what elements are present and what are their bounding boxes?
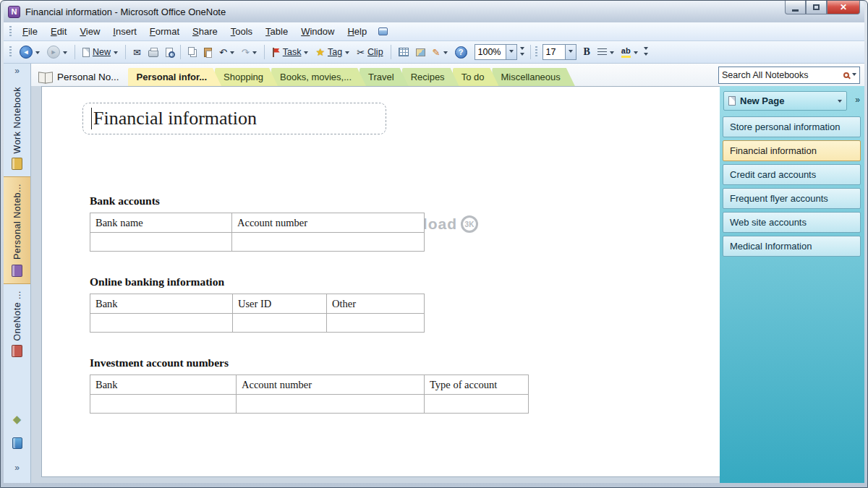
format-toolbar-grip[interactable]	[535, 46, 537, 58]
back-button[interactable]: ◄	[17, 44, 43, 61]
menu-insert[interactable]: Insert	[107, 24, 142, 39]
tab-books-movies[interactable]: Books, movies,...	[271, 68, 366, 86]
forward-dropdown-icon[interactable]	[63, 51, 67, 56]
mail-button[interactable]: ✉	[130, 44, 144, 61]
column-header[interactable]: Bank name	[90, 213, 232, 233]
current-notebook-header[interactable]: Personal No...	[35, 72, 128, 86]
paste-button[interactable]	[201, 44, 215, 61]
tab-recipes[interactable]: Recipes	[402, 68, 459, 86]
page-tab-financial-information[interactable]: Financial information	[723, 140, 861, 161]
page-tab-medical-information[interactable]: Medical Information	[723, 236, 861, 257]
redo-button[interactable]: ↷	[239, 44, 260, 61]
new-page-dropdown-icon[interactable]	[838, 100, 842, 105]
pen-button[interactable]: ✎	[430, 44, 451, 61]
column-header[interactable]: Bank	[90, 375, 237, 395]
column-header[interactable]: Account number	[237, 375, 425, 395]
pen-dropdown-icon[interactable]	[443, 51, 448, 56]
sidebar-notebook-work[interactable]: Work Notebook	[4, 80, 30, 176]
redo-dropdown-icon[interactable]	[252, 51, 257, 56]
section-heading-investment-accounts[interactable]: Investment account numbers	[90, 356, 229, 369]
table-cell[interactable]	[237, 395, 425, 414]
search-box[interactable]	[718, 67, 860, 84]
page-tab-frequent-flyer-accounts[interactable]: Frequent flyer accounts	[723, 188, 861, 209]
new-button[interactable]: New	[80, 44, 121, 61]
highlight-dropdown-icon[interactable]	[634, 51, 638, 56]
clip-button[interactable]: ✂Clip	[354, 44, 386, 61]
new-dropdown-icon[interactable]	[114, 51, 118, 56]
expand-bottom-button[interactable]: »	[14, 461, 20, 477]
back-dropdown-icon[interactable]	[35, 51, 40, 56]
new-page-button[interactable]: New Page	[723, 91, 847, 111]
table-cell[interactable]	[90, 314, 233, 333]
bold-button[interactable]: B	[581, 44, 593, 61]
search-input[interactable]	[722, 70, 841, 80]
menu-format[interactable]: Format	[144, 24, 185, 39]
tab-travel[interactable]: Travel	[359, 68, 409, 86]
table-cell[interactable]	[90, 395, 237, 414]
column-header[interactable]: Type of account	[425, 375, 529, 395]
undo-button[interactable]: ↶	[216, 44, 237, 61]
table-cell[interactable]	[232, 233, 425, 252]
help-button[interactable]	[452, 44, 470, 61]
onenote-app-icon[interactable]: N	[8, 6, 20, 18]
table-cell[interactable]	[327, 314, 425, 333]
bullets-button[interactable]	[595, 44, 617, 61]
font-size-input[interactable]	[543, 47, 565, 57]
document-window-icon[interactable]	[378, 27, 388, 35]
tag-button[interactable]: ★Tag	[312, 44, 352, 61]
table-cell[interactable]	[233, 314, 327, 333]
menu-table[interactable]: Table	[260, 24, 294, 39]
tag-dropdown-icon[interactable]	[345, 51, 349, 56]
menu-edit[interactable]: Edit	[45, 24, 72, 39]
search-icon[interactable]	[843, 72, 849, 78]
menu-view[interactable]: View	[74, 24, 106, 39]
copy-button[interactable]	[185, 44, 200, 61]
menu-window[interactable]: Window	[295, 24, 340, 39]
tab-shopping[interactable]: Shopping	[215, 68, 278, 86]
column-header[interactable]: User ID	[233, 294, 327, 314]
zoom-dropdown[interactable]	[506, 45, 516, 59]
forward-button[interactable]: ►	[44, 44, 70, 61]
section-heading-online-banking[interactable]: Online banking information	[90, 275, 224, 288]
sidebar-notebook-onenote[interactable]: OneNote ...	[4, 284, 30, 364]
task-dropdown-icon[interactable]	[304, 51, 308, 56]
column-header[interactable]: Bank	[90, 294, 233, 314]
page-title-box[interactable]: Financial information	[82, 103, 386, 134]
zoom-combo[interactable]	[475, 44, 517, 60]
bullets-dropdown-icon[interactable]	[610, 51, 614, 56]
sidebar-notebook-personal[interactable]: Personal Noteb...	[4, 176, 30, 283]
font-size-combo[interactable]	[542, 44, 576, 60]
table-cell[interactable]	[90, 233, 232, 252]
menu-tools[interactable]: Tools	[225, 24, 258, 39]
page-tab-web-site-accounts[interactable]: Web site accounts	[723, 212, 861, 233]
unfiled-notes-button[interactable]: ◆	[13, 413, 22, 426]
all-notebooks-button[interactable]	[12, 437, 22, 449]
page-tab-store-personal-information[interactable]: Store personal information	[723, 116, 861, 137]
highlight-button[interactable]: ab	[618, 44, 641, 61]
page-tab-credit-card-accounts[interactable]: Credit card accounts	[723, 164, 861, 185]
toolbar-options-button[interactable]	[519, 47, 526, 58]
tab-personal-information[interactable]: Personal infor...	[128, 68, 222, 86]
print-preview-button[interactable]	[163, 44, 176, 61]
tab-to-do[interactable]: To do	[453, 68, 499, 86]
undo-dropdown-icon[interactable]	[230, 51, 234, 56]
expand-sidebar-button[interactable]: »	[14, 64, 20, 80]
note-page[interactable]: Financial information download 3K Bank a…	[41, 86, 720, 477]
zoom-input[interactable]	[475, 47, 506, 57]
insert-table-button[interactable]	[396, 44, 412, 61]
task-button[interactable]: Task	[269, 44, 312, 61]
font-size-dropdown[interactable]	[565, 45, 576, 59]
column-header[interactable]: Other	[327, 294, 425, 314]
menu-help[interactable]: Help	[341, 24, 373, 39]
minimize-button[interactable]	[785, 1, 806, 14]
maximize-button[interactable]	[806, 1, 827, 14]
menubar-grip[interactable]	[9, 26, 12, 38]
table-cell[interactable]	[425, 395, 529, 414]
close-button[interactable]: ✕	[827, 1, 860, 14]
column-header[interactable]: Account number	[232, 213, 425, 233]
insert-picture-button[interactable]	[413, 44, 428, 61]
print-button[interactable]	[145, 44, 161, 61]
toolbar-grip[interactable]	[9, 46, 12, 58]
menu-file[interactable]: File	[17, 24, 43, 39]
titlebar[interactable]: N Financial information - Microsoft Offi…	[4, 1, 864, 22]
